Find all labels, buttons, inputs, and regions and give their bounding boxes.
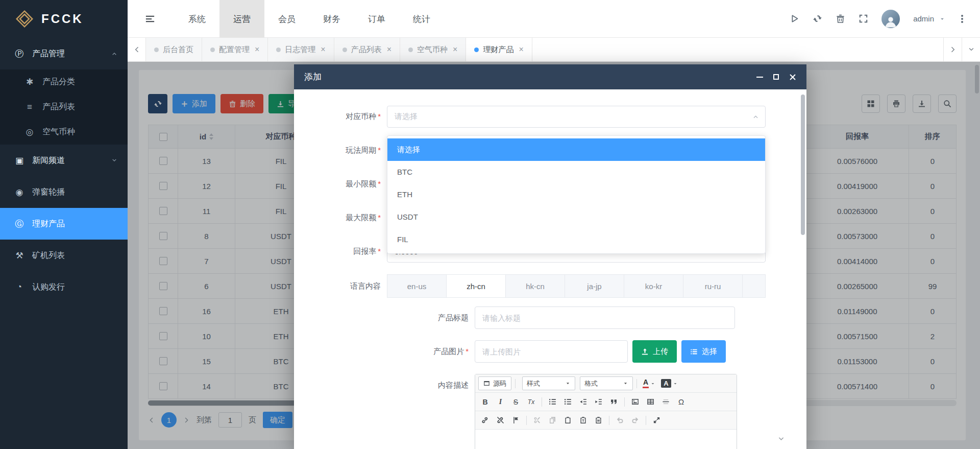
editor-content[interactable]: [475, 430, 737, 449]
copy-button: [546, 413, 559, 427]
blockquote-button[interactable]: [607, 395, 621, 409]
sidebar-item-空气币种[interactable]: ◎空气币种: [0, 120, 128, 145]
tab-理财产品[interactable]: 理财产品×: [466, 38, 532, 61]
paste-button[interactable]: [561, 413, 575, 427]
indent-button[interactable]: [592, 395, 605, 409]
lang-tab-zh-cn[interactable]: zh-cn: [447, 275, 506, 297]
clear-cache-icon[interactable]: [836, 14, 845, 23]
option-USDT[interactable]: USDT: [387, 206, 765, 228]
run-icon[interactable]: [790, 14, 799, 23]
sidebar-item-产品列表[interactable]: ≡产品列表: [0, 94, 128, 120]
dialog-title: 添加: [304, 71, 322, 83]
user-caret-icon[interactable]: [939, 16, 945, 22]
tabs-scroll-left-icon[interactable]: [128, 38, 146, 61]
bg-color-button[interactable]: A: [659, 376, 679, 390]
sidebar-item-新闻频道[interactable]: ▣新闻频道: [0, 145, 128, 176]
sidebar-item-认购发行[interactable]: ◔认购发行: [0, 271, 128, 303]
image-button[interactable]: [628, 395, 642, 409]
source-button[interactable]: 源码: [478, 376, 511, 390]
sidebar-item-理财产品[interactable]: Ⓖ理财产品: [0, 208, 128, 240]
lang-tab-ja-jp[interactable]: ja-jp: [565, 275, 624, 297]
option-ETH[interactable]: ETH: [387, 183, 765, 206]
fullscreen-icon[interactable]: [859, 14, 868, 23]
username[interactable]: admin: [913, 14, 934, 23]
refresh-icon[interactable]: [813, 14, 822, 23]
minimize-icon[interactable]: [756, 77, 763, 78]
italic-button[interactable]: I: [494, 395, 507, 409]
scroll-down-icon[interactable]: [777, 435, 785, 443]
tab-close-icon[interactable]: ×: [453, 45, 457, 54]
required-asterisk: *: [465, 347, 469, 356]
tab-close-icon[interactable]: ×: [321, 45, 325, 54]
tab-close-icon[interactable]: ×: [387, 45, 391, 54]
unlink-button[interactable]: [494, 413, 507, 427]
link-button[interactable]: [478, 413, 492, 427]
option-请选择[interactable]: 请选择: [387, 138, 765, 161]
tab-label: 日志管理: [285, 45, 315, 55]
tab-后台首页[interactable]: 后台首页: [146, 38, 202, 61]
bold-button[interactable]: B: [478, 395, 492, 409]
editor-toolbar-row-2: BISTxΩ: [475, 393, 737, 411]
lang-tab-hk-cn[interactable]: hk-cn: [506, 275, 565, 297]
sidebar-item-矿机列表[interactable]: ⚒矿机列表: [0, 240, 128, 271]
paste-text-button[interactable]: [576, 413, 590, 427]
anchor-button[interactable]: [509, 413, 523, 427]
product-image-input[interactable]: [475, 340, 628, 363]
tab-close-icon[interactable]: ×: [519, 45, 523, 54]
nav-item-运营[interactable]: 运营: [219, 0, 264, 38]
maximize-icon[interactable]: [773, 74, 779, 80]
upload-button[interactable]: 上传: [632, 340, 677, 363]
sidebar-item-弹窗轮播[interactable]: ◉弹窗轮播: [0, 176, 128, 208]
strikethrough-button[interactable]: S: [509, 395, 523, 409]
required-asterisk: *: [378, 112, 381, 121]
lang-tab-ko-kr[interactable]: ko-kr: [624, 275, 683, 297]
tab-dot: [342, 48, 347, 52]
menu-label: 产品管理: [32, 49, 65, 59]
coin-select[interactable]: 请选择: [387, 106, 766, 128]
tab-label: 产品列表: [351, 45, 382, 55]
nav-item-订单[interactable]: 订单: [354, 0, 399, 38]
nav-item-财务[interactable]: 财务: [309, 0, 354, 38]
outdent-button[interactable]: [576, 395, 590, 409]
tab-配置管理[interactable]: 配置管理×: [202, 38, 268, 61]
required-asterisk: *: [378, 146, 381, 154]
tabs-menu-icon[interactable]: [962, 38, 980, 61]
product-title-input[interactable]: [475, 306, 735, 329]
option-FIL[interactable]: FIL: [387, 228, 765, 251]
lang-tab-en-us[interactable]: en-us: [387, 275, 447, 297]
tabs-scroll-right-icon[interactable]: [943, 38, 962, 61]
paste-word-button[interactable]: [592, 413, 605, 427]
select-arrow-icon[interactable]: [752, 113, 759, 120]
style-select[interactable]: 样式: [522, 376, 575, 390]
tab-空气币种[interactable]: 空气币种×: [400, 38, 466, 61]
nav-item-会员[interactable]: 会员: [264, 0, 309, 38]
tab-label: 理财产品: [483, 45, 513, 55]
sidebar-toggle-icon[interactable]: [145, 14, 155, 24]
maximize-button[interactable]: [650, 413, 664, 427]
dialog-header[interactable]: 添加: [294, 64, 806, 89]
sidebar-item-产品管理[interactable]: Ⓟ产品管理: [0, 38, 128, 69]
remove-format-button[interactable]: Tx: [524, 395, 538, 409]
table-button[interactable]: [644, 395, 657, 409]
numbered-list-button[interactable]: [546, 395, 559, 409]
more-menu-icon[interactable]: [961, 18, 963, 20]
tab-close-icon[interactable]: ×: [255, 45, 259, 54]
close-icon[interactable]: [789, 74, 796, 81]
text-color-button[interactable]: A: [641, 376, 657, 390]
bulleted-list-button[interactable]: [561, 395, 575, 409]
dialog-scrollbar[interactable]: [801, 94, 805, 235]
avatar[interactable]: [881, 10, 900, 28]
choose-button[interactable]: 选择: [681, 340, 726, 363]
option-BTC[interactable]: BTC: [387, 161, 765, 183]
tab-产品列表[interactable]: 产品列表×: [334, 38, 400, 61]
sidebar-item-产品分类[interactable]: ✱产品分类: [0, 69, 128, 94]
horizontal-rule-button[interactable]: [659, 395, 673, 409]
lang-tab-ru-ru[interactable]: ru-ru: [683, 275, 743, 297]
nav-item-系统[interactable]: 系统: [175, 0, 219, 38]
tab-日志管理[interactable]: 日志管理×: [268, 38, 334, 61]
menu-icon: Ⓟ: [13, 48, 26, 60]
tab-dot: [210, 48, 215, 52]
format-select[interactable]: 格式: [580, 376, 633, 390]
nav-item-统计[interactable]: 统计: [399, 0, 444, 38]
special-char-button[interactable]: Ω: [674, 395, 688, 409]
